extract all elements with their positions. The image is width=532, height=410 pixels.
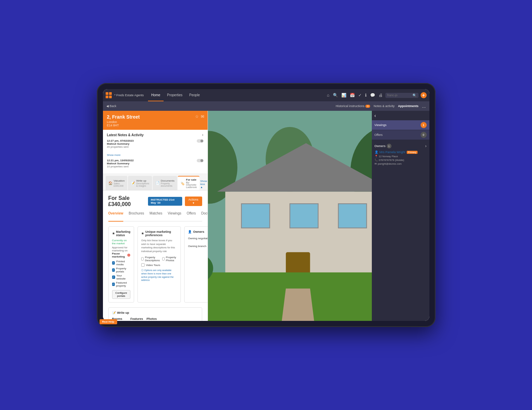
notes-expand-icon[interactable]: › (202, 132, 204, 137)
checkbox-input-1[interactable] (112, 261, 115, 265)
owning-branch-label: Owning branch (188, 245, 206, 248)
back-button[interactable]: ◀ Back (106, 104, 116, 108)
pref-checkbox-label-1: Property Descriptions (145, 256, 161, 262)
note-timestamp-1: 12:27 pm, 07/02/2023 (107, 139, 134, 142)
valuation-icon: 🏠 (108, 181, 112, 185)
owners-expand-icon[interactable]: › (425, 144, 427, 148)
historical-label: Historical instructions (336, 104, 364, 108)
checkbox-label-3: Your website (116, 274, 130, 280)
photos-col-title: Photos (147, 317, 208, 321)
ov-tab-matches[interactable]: Matches (150, 211, 163, 222)
hero-overlay (208, 111, 372, 321)
unique-pref-title: ★ Unique marketing preferences (141, 230, 177, 237)
offers-row[interactable]: Offers 0 (372, 130, 429, 140)
instructed-label: INSTRUCTED (151, 198, 168, 201)
search-icon[interactable]: 🔍 (332, 92, 339, 98)
note-entry-2: 12:21 pm, 13/05/2022 Mailout Summary 10 … (107, 159, 204, 168)
print-icon[interactable]: 🖨 (378, 92, 383, 98)
tab-valuation[interactable]: 🏠 Valuation Sales: £340,000 (106, 176, 128, 190)
pref-checkbox-label-2: Property Photos (166, 256, 177, 262)
home-icon[interactable]: ⌂ (326, 92, 330, 98)
nav-people[interactable]: People (186, 89, 203, 101)
property-city: London (107, 120, 204, 124)
pref-checkbox-photos: Property Photos (162, 256, 177, 262)
tab-valuation-sub: Sales: £340,000 (114, 182, 125, 187)
checkbox-input-4[interactable] (112, 283, 115, 286)
message-icon[interactable]: 💬 (369, 92, 376, 98)
star-icon[interactable]: ☆ (195, 114, 199, 119)
appointments-link[interactable]: Appointments (398, 104, 419, 108)
pref-checkbox-input-1[interactable] (141, 257, 144, 261)
writeup-photos-col: Photos Click any image to view full scre… (147, 317, 208, 321)
check-icon[interactable]: ✓ (358, 92, 362, 98)
property-image-area (208, 111, 372, 321)
note-toggle-2[interactable] (197, 159, 204, 162)
ov-tab-offers[interactable]: Offers (187, 211, 196, 222)
ov-tab-brochures[interactable]: Brochures (129, 211, 144, 222)
notes-activity-link[interactable]: Notes & activity (374, 104, 395, 108)
pref-checkbox-input-3[interactable] (141, 263, 145, 267)
owning-negotiator-row: Owning negotiator Kayleigh Hetherington (188, 235, 207, 241)
right-panel-chevron-icon[interactable]: ‹ (375, 113, 376, 118)
email-icon[interactable]: ✉ (201, 114, 204, 119)
forsale-price: For Sale £340,000 (108, 195, 148, 207)
instructed-badge: INSTRUCTED 21st May '20 (148, 197, 182, 206)
info-icon[interactable]: ℹ (364, 92, 367, 98)
historical-instructions-link[interactable]: Historical instructions 0 (336, 104, 370, 108)
pause-icon[interactable]: ⊗ (127, 253, 130, 258)
checkbox-label-4: Featured property (116, 281, 131, 287)
pref-checkbox-video: Video Tours (141, 263, 161, 267)
options-note: ⓘ Options are only available when there … (141, 269, 177, 282)
tab-documents-sub: Property documents (161, 182, 174, 187)
sub-nav-right: Historical instructions 0 Notes & activi… (336, 103, 426, 109)
search-input[interactable] (387, 94, 411, 97)
tab-documents-label: Documents (161, 179, 174, 182)
checkbox-input-3[interactable] (112, 275, 115, 279)
tab-writeup-label: Write up (136, 179, 146, 182)
checkbox-your-website: Your website (112, 274, 131, 280)
owner-email: ✉ pwright@dezrez.com (375, 162, 427, 165)
note-toggle-1[interactable] (197, 139, 204, 143)
main-content: 2, Frank Street London E14 8HT ☆ ✉ Lates… (103, 111, 429, 321)
features-col-title: Features (130, 317, 143, 321)
nav-properties[interactable]: Properties (164, 89, 186, 101)
owners-person-icon: 👤 (188, 230, 192, 233)
owner-email-icon: ✉ (375, 162, 377, 165)
marketing-approved: Approved for marketing on (112, 246, 131, 252)
sub-nav: ◀ Back Historical instructions 0 Notes &… (103, 101, 429, 111)
pref-checkbox-input-2[interactable] (162, 257, 165, 261)
calendar-icon[interactable]: 📅 (349, 92, 356, 98)
owner-address: 📍 12 Norway Place (375, 155, 427, 158)
more-button[interactable]: ... (422, 103, 426, 109)
note-type-2: Mailout Summary (107, 162, 134, 165)
pref-checkbox-label-3: Video Tours (146, 264, 160, 267)
actions-button[interactable]: Actions ▾ (185, 197, 202, 206)
owner-name[interactable]: 👤 Mrs Pamela Wright Primary (375, 150, 427, 154)
checkbox-property-portals: Property portals (112, 267, 131, 273)
marketing-title-text: Marketing status (116, 230, 131, 237)
add-button[interactable]: + (421, 92, 427, 98)
nav-home[interactable]: Home (148, 89, 164, 101)
checkbox-input-2[interactable] (112, 268, 115, 272)
writeup-features-col: Features detached house four bedrooms (130, 317, 143, 321)
tab-documents[interactable]: 📄 Documents Property documents (153, 176, 177, 190)
ov-tab-overview[interactable]: Overview (108, 211, 123, 222)
tab-valuation-label: Valuation (114, 179, 125, 182)
tab-forsale[interactable]: 🏷️ For sale By: Charlotte Ladbrook (178, 176, 199, 190)
note-type-1: Mailout Summary (107, 142, 134, 145)
note-desc-1: 20 properties sent (107, 145, 134, 148)
search-button[interactable]: 🔍 (412, 94, 417, 97)
ov-tab-documents[interactable]: Documents (201, 211, 207, 222)
configure-portals-button[interactable]: Configure portals (112, 290, 131, 299)
show-more-link[interactable]: Show more (107, 153, 121, 157)
owner-email-text: pwright@dezrez.com (378, 162, 402, 165)
show-less-link[interactable]: Show less ▲ (200, 180, 207, 190)
tabs-row: 🏠 Valuation Sales: £340,000 📝 Write up D… (103, 174, 208, 190)
search-bar: 🔍 (385, 93, 419, 98)
documents-icon: 📄 (155, 181, 159, 185)
chart-icon[interactable]: 📊 (341, 92, 347, 98)
viewings-row[interactable]: Viewings 1 (372, 120, 429, 130)
tab-writeup[interactable]: 📝 Write up Descriptions & images (128, 176, 152, 190)
forsale-icon: 🏷️ (180, 182, 185, 185)
ov-tab-viewings[interactable]: Viewings (168, 211, 181, 222)
